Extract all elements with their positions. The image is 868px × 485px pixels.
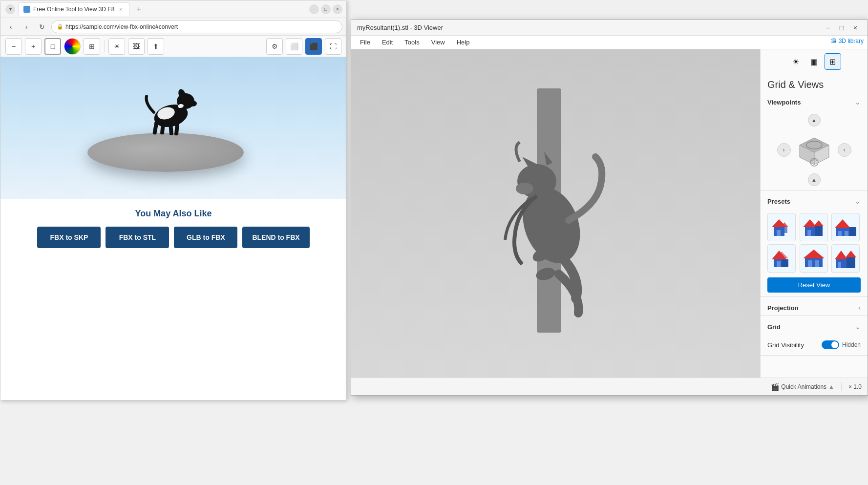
wolf-model-svg [473,88,620,333]
svg-marker-48 [835,251,847,259]
fbx-to-skp-button[interactable]: FBX to SKP [37,227,101,248]
toggle-track[interactable] [822,340,839,349]
presets-grid [767,213,861,273]
presets-section: Reset View [761,209,868,296]
new-tab-button[interactable]: + [132,3,145,16]
upload-button[interactable]: ⬆ [148,38,164,55]
viewport-3d[interactable] [351,49,760,378]
svg-rect-25 [777,230,781,236]
viewpoint-up-btn[interactable]: ▲ [808,114,821,127]
preset-3-svg [834,215,857,239]
preset-1-svg [770,215,793,239]
quick-animations-item[interactable]: 🎬 Quick Animations ▲ [771,383,834,391]
viewpoint-down-btn[interactable]: ▲ [808,173,821,186]
preset-3[interactable] [831,213,860,241]
menu-view[interactable]: View [426,37,450,48]
menu-tools[interactable]: Tools [400,37,424,48]
preset-6[interactable] [831,244,860,273]
presets-divider: Presets ⌄ [761,192,868,297]
animation-icon: 🎬 [771,383,779,391]
preset-5[interactable] [800,244,828,273]
viewpoint-down-row: ▲ [767,173,861,186]
svg-rect-40 [777,261,781,267]
viewer-app-window: myResultant(1).stl - 3D Viewer − □ × Fil… [351,20,868,396]
viewpoints-header[interactable]: Viewpoints ⌄ [761,93,868,110]
viewer-app-win-controls: − □ × [822,21,862,34]
menu-help[interactable]: Help [452,37,475,48]
url-input[interactable] [65,23,337,30]
forward-button[interactable]: › [20,21,33,33]
projection-header[interactable]: Projection ‹ [761,299,868,316]
address-bar[interactable]: 🔒 [51,21,342,33]
reset-view-button[interactable]: Reset View [767,277,861,293]
grid-header[interactable]: Grid ⌄ [761,318,868,335]
cube-button[interactable]: ⬜ [286,38,302,55]
viewpoint-up-row: ▲ [767,114,861,127]
back-button[interactable]: ‹ [4,21,17,33]
panel-sun-icon-btn[interactable]: ☀ [787,53,804,70]
svg-rect-30 [807,230,811,236]
browser-content: − + □ ⊞ ☀ 🖼 ⬆ ⚙ ⬜ ⬛ ⛶ [0,36,346,400]
image-button[interactable]: 🖼 [128,38,145,55]
glb-to-fbx-button[interactable]: GLB to FBX [174,227,237,248]
panel-grid-icon-btn[interactable]: ▦ [806,53,823,70]
preset-4-svg [770,247,793,270]
presets-header[interactable]: Presets ⌄ [761,192,868,209]
browser-close-btn[interactable]: × [333,4,342,14]
grid-divider: Grid ⌄ Grid Visibility Hidden [761,318,868,356]
settings-button[interactable]: ⚙ [266,38,283,55]
preset-1[interactable] [767,213,796,241]
preset-4[interactable] [767,244,796,273]
tab-favicon-icon [23,6,30,13]
browser-toolbar: ‹ › ↻ 🔒 [0,18,346,36]
viewpoints-cube-area: › [767,127,861,173]
fullscreen-button[interactable]: ⛶ [325,38,341,55]
browser-dropdown-btn[interactable]: ▾ [5,4,15,14]
panel-grid-views-icon-btn[interactable]: ⊞ [825,53,841,70]
browser-maximize-btn[interactable]: □ [321,4,331,14]
svg-rect-45 [808,260,812,267]
color-button[interactable] [64,38,81,55]
speed-label: × 1.0 [848,383,862,390]
grid-visibility-row: Grid Visibility Hidden [767,338,861,351]
grid-button[interactable]: ⊞ [84,38,100,55]
viewer-restore-btn[interactable]: □ [835,21,848,34]
zoom-out-button[interactable]: − [5,38,22,55]
viewer-app-body: ☀ ▦ ⊞ Grid & Views Viewpoints ⌄ ▲ [351,49,868,378]
preset-6-svg [834,247,857,270]
menu-edit[interactable]: Edit [377,37,398,48]
frame-button[interactable]: □ [44,38,61,55]
presets-title: Presets [767,198,790,205]
browser-titlebar: ▾ Free Online Tool to View 3D F8 × + − □… [0,0,346,18]
preset-2-svg [802,215,826,239]
svg-rect-31 [815,226,823,236]
zoom-in-button[interactable]: + [25,38,42,55]
svg-rect-35 [838,231,842,236]
menu-file[interactable]: File [355,37,375,48]
viewpoint-right-btn[interactable]: ‹ [838,143,851,157]
3d-library-link[interactable]: 🏛 3D library [831,38,864,44]
projection-chevron: ‹ [858,304,861,312]
conversion-buttons: FBX to SKP FBX to STL GLB to FBX BLEND t… [10,227,337,248]
viewer-minimize-btn[interactable]: − [822,21,834,34]
browser-tab[interactable]: Free Online Tool to View 3D F8 × [18,2,129,16]
fbx-to-stl-button[interactable]: FBX to STL [106,227,169,248]
viewpoint-left-btn[interactable]: › [777,143,791,157]
view-button[interactable]: ⬛ [305,38,322,55]
viewer-area-browser [0,57,346,199]
bottom-bar-expand-icon: ▲ [828,383,834,390]
blend-to-fbx-button[interactable]: BLEND to FBX [242,227,309,248]
svg-rect-42 [782,259,788,267]
sun-button[interactable]: ☀ [108,38,125,55]
viewer-close-btn[interactable]: × [849,21,862,34]
grid-visibility-toggle[interactable]: Hidden [822,340,861,349]
svg-marker-44 [803,250,825,258]
refresh-button[interactable]: ↻ [36,21,48,33]
preset-2[interactable] [800,213,828,241]
viewer-app-menubar: File Edit Tools View Help 🏛 3D library [351,36,868,49]
svg-rect-7 [152,121,159,135]
browser-minimize-btn[interactable]: − [309,4,319,14]
tab-close-btn[interactable]: × [117,6,124,13]
library-icon: 🏛 [831,38,837,44]
viewpoints-title: Viewpoints [767,99,801,106]
